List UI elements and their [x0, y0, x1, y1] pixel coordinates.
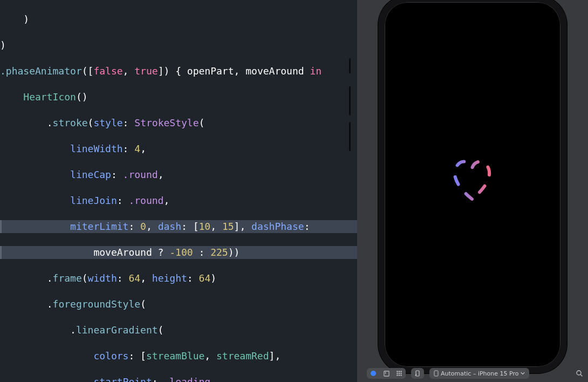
svg-point-3	[399, 371, 400, 372]
code-token: foregroundStyle	[53, 298, 141, 310]
code-block[interactable]: ) ) .phaseAnimator([false, true]) { open…	[0, 0, 357, 382]
svg-point-2	[396, 371, 398, 372]
phone-side-button	[349, 86, 351, 115]
code-token: 15	[222, 221, 234, 232]
code-token: .leading	[163, 376, 210, 382]
code-token: 4	[134, 143, 140, 154]
code-token: .phaseAnimator	[0, 65, 82, 77]
code-token: stroke	[53, 117, 88, 128]
code-token: 0	[140, 221, 146, 232]
code-token: width	[88, 272, 117, 284]
device-settings-button[interactable]	[411, 368, 424, 379]
keyword-in: in	[310, 65, 322, 77]
code-token: frame	[53, 272, 82, 284]
code-token: )	[23, 13, 29, 25]
chevron-down-icon	[521, 371, 525, 376]
code-editor[interactable]: ) ) .phaseAnimator([false, true]) { open…	[0, 0, 357, 382]
code-token: .round	[128, 195, 163, 206]
device-label: Automatic – iPhone 15 Pro	[441, 370, 518, 377]
svg-point-7	[400, 373, 401, 374]
code-token: StrokeStyle	[134, 117, 199, 128]
code-token: moveAround	[245, 65, 304, 77]
code-token: HeartIcon	[23, 91, 76, 103]
heart-icon	[438, 149, 507, 220]
toolbar-group-mid	[411, 368, 424, 379]
svg-point-10	[400, 374, 401, 376]
selectable-button[interactable]	[380, 368, 393, 379]
code-token: openPart	[187, 65, 234, 77]
code-token: startPoint	[93, 376, 152, 382]
code-token: colors	[93, 350, 128, 361]
live-preview-button[interactable]	[367, 368, 380, 379]
code-token: lineJoin	[70, 195, 117, 206]
code-token: height	[152, 272, 187, 284]
variants-button[interactable]	[393, 368, 406, 379]
svg-rect-13	[434, 371, 438, 376]
code-token: linearGradient	[76, 324, 158, 336]
keyword-false: false	[93, 65, 122, 77]
svg-point-6	[399, 373, 400, 374]
device-selector[interactable]: Automatic – iPhone 15 Pro	[429, 368, 529, 379]
code-token: streamBlue	[146, 350, 204, 361]
code-token: dash	[158, 221, 181, 232]
code-token: streamRed	[216, 350, 269, 361]
iphone-icon	[434, 370, 439, 377]
code-token: lineCap	[70, 169, 111, 180]
code-token: lineWidth	[70, 143, 123, 154]
toolbar-group-left	[367, 368, 406, 379]
code-token: 225	[210, 247, 228, 258]
code-token: .round	[123, 169, 158, 180]
code-token: 64	[199, 272, 211, 284]
svg-rect-11	[416, 371, 419, 376]
preview-panel: Automatic – iPhone 15 Pro	[357, 0, 588, 382]
svg-point-8	[396, 374, 398, 376]
device-frame	[378, 0, 567, 373]
code-token: miterLimit	[70, 221, 128, 232]
svg-line-15	[580, 374, 582, 376]
svg-point-4	[400, 371, 401, 372]
code-token: )	[0, 39, 6, 51]
code-token: -100	[169, 247, 193, 258]
svg-point-5	[396, 373, 398, 374]
svg-point-9	[399, 374, 400, 376]
code-token: 10	[199, 221, 211, 232]
svg-point-0	[371, 371, 376, 376]
preview-toolbar: Automatic – iPhone 15 Pro	[357, 367, 588, 380]
svg-line-12	[415, 374, 416, 376]
svg-rect-1	[384, 371, 388, 376]
code-token: dashPhase	[251, 221, 304, 232]
code-token: style	[93, 117, 122, 128]
phone-side-button	[349, 122, 351, 151]
keyword-true: true	[134, 65, 158, 77]
phone-side-button	[349, 58, 351, 73]
zoom-button[interactable]	[574, 368, 585, 379]
code-token: moveAround	[93, 247, 152, 258]
code-token: 64	[128, 272, 140, 284]
